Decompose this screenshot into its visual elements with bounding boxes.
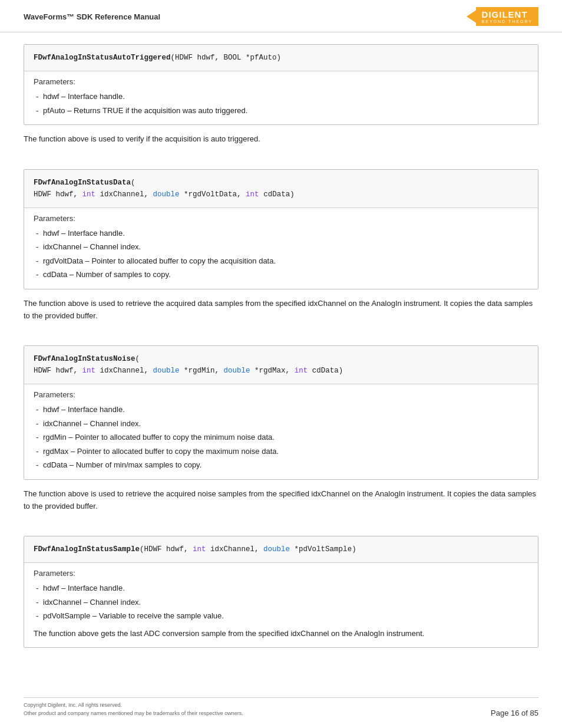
param-list-2: hdwf – Interface handle. idxChannel – Ch… bbox=[34, 226, 528, 282]
function-name-3: FDwfAnalogInStatusNoise bbox=[34, 355, 135, 363]
param-item: rgdVoltData – Pointer to allocated buffe… bbox=[34, 254, 528, 268]
code-line-2: HDWF hdwf, int idxChannel, double *rgdVo… bbox=[34, 189, 528, 200]
function-name-2: FDwfAnalogInStatusData bbox=[34, 179, 131, 187]
spacer-1 bbox=[24, 159, 538, 169]
param-item: idxChannel – Channel index. bbox=[34, 595, 528, 610]
function-paren-3: ( bbox=[135, 355, 140, 363]
page-number: Page 16 of 85 bbox=[491, 709, 538, 717]
spacer-3 bbox=[24, 525, 538, 536]
code-hdwf-3: HDWF hdwf, bbox=[34, 367, 82, 375]
function-name-1: FDwfAnalogInStatusAutoTriggered bbox=[34, 54, 171, 62]
code-int-4: int bbox=[295, 367, 308, 375]
param-list-1: hdwf – Interface handle. pfAuto – Return… bbox=[34, 90, 528, 117]
page-footer: Copyright Digilent, Inc. All rights rese… bbox=[24, 697, 538, 717]
param-item: hdwf – Interface handle. bbox=[34, 581, 528, 595]
section-status-data: FDwfAnalogInStatusData( HDWF hdwf, int i… bbox=[24, 169, 538, 289]
main-content: FDwfAnalogInStatusAutoTriggered(HDWF hdw… bbox=[0, 32, 562, 691]
param-item: hdwf – Interface handle. bbox=[34, 226, 528, 241]
document-title: WaveForms™ SDK Reference Manual bbox=[24, 12, 160, 21]
function-sig-4b: idxChannel, bbox=[206, 545, 264, 554]
param-item: rgdMax – Pointer to allocated buffer to … bbox=[34, 444, 528, 459]
desc-2: The function above is used to retrieve t… bbox=[24, 298, 538, 322]
copyright-line-1: Copyright Digilent, Inc. All rights rese… bbox=[24, 701, 243, 710]
section-status-noise: FDwfAnalogInStatusNoise( HDWF hdwf, int … bbox=[24, 345, 538, 480]
page: WaveForms™ SDK Reference Manual DIGILENT… bbox=[0, 0, 562, 728]
code-idx-2: idxChannel, bbox=[95, 190, 153, 199]
logo-main-text: DIGILENT bbox=[482, 9, 533, 19]
footer-copyright: Copyright Digilent, Inc. All rights rese… bbox=[24, 701, 243, 717]
params-title-4: Parameters: bbox=[34, 569, 528, 578]
code-line-noise-2: HDWF hdwf, int idxChannel, double *rgdMi… bbox=[34, 365, 528, 377]
param-item: pfAuto – Returns TRUE if the acquisition… bbox=[34, 104, 528, 118]
param-item: idxChannel – Channel index. bbox=[34, 240, 528, 254]
params-title-3: Parameters: bbox=[34, 390, 528, 399]
params-section-4: Parameters: hdwf – Interface handle. idx… bbox=[24, 563, 538, 647]
code-volt-2: *rgdVoltData, bbox=[180, 190, 246, 199]
code-block-status-data: FDwfAnalogInStatusData( HDWF hdwf, int i… bbox=[24, 170, 538, 207]
code-double-1: double bbox=[153, 190, 180, 199]
logo-box: DIGILENT BEYOND THEORY bbox=[476, 7, 538, 26]
param-item: pdVoltSample – Variable to receive the s… bbox=[34, 609, 528, 623]
params-section-1: Parameters: hdwf – Interface handle. pfA… bbox=[24, 71, 538, 124]
code-double-2: double bbox=[153, 367, 180, 375]
function-sig-4a: (HDWF hdwf, bbox=[140, 545, 193, 554]
function-name-4: FDwfAnalogInStatusSample bbox=[34, 545, 140, 554]
code-hdwf-2: HDWF hdwf, bbox=[34, 190, 82, 199]
code-double-3: double bbox=[224, 367, 250, 375]
params-section-3: Parameters: hdwf – Interface handle. idx… bbox=[24, 384, 538, 479]
code-cd-2: cdData) bbox=[259, 190, 295, 199]
param-list-3: hdwf – Interface handle. idxChannel – Ch… bbox=[34, 403, 528, 472]
page-header: WaveForms™ SDK Reference Manual DIGILENT… bbox=[0, 0, 562, 32]
desc-3: The function above is used to retrieve t… bbox=[24, 488, 538, 513]
param-item: rgdMin – Pointer to allocated buffer to … bbox=[34, 430, 528, 444]
section-auto-triggered: FDwfAnalogInStatusAutoTriggered(HDWF hdw… bbox=[24, 44, 538, 125]
param-item: idxChannel – Channel index. bbox=[34, 417, 528, 431]
spacer-2 bbox=[24, 335, 538, 345]
logo-sub-text: BEYOND THEORY bbox=[482, 19, 533, 24]
code-idx-3: idxChannel, bbox=[95, 367, 153, 375]
code-line-noise-1: FDwfAnalogInStatusNoise( bbox=[34, 353, 528, 365]
desc-4-inline: The function above gets the last ADC con… bbox=[34, 628, 528, 640]
function-sig-4c: *pdVoltSample) bbox=[290, 545, 356, 554]
param-list-4: hdwf – Interface handle. idxChannel – Ch… bbox=[34, 581, 528, 623]
params-title-1: Parameters: bbox=[34, 77, 528, 86]
section-status-sample: FDwfAnalogInStatusSample(HDWF hdwf, int … bbox=[24, 536, 538, 647]
code-int-5: int bbox=[193, 545, 206, 554]
desc-1: The function above is used to verify if … bbox=[24, 133, 538, 146]
function-sig-1: (HDWF hdwf, BOOL *pfAuto) bbox=[171, 54, 282, 62]
params-section-2: Parameters: hdwf – Interface handle. idx… bbox=[24, 208, 538, 289]
param-item: cdData – Number of samples to copy. bbox=[34, 268, 528, 282]
code-int-3: int bbox=[82, 367, 96, 375]
code-int-1: int bbox=[82, 190, 96, 199]
logo-text-container: DIGILENT BEYOND THEORY bbox=[482, 9, 533, 24]
code-block-auto-triggered: FDwfAnalogInStatusAutoTriggered(HDWF hdw… bbox=[24, 45, 538, 71]
code-int-2: int bbox=[246, 190, 259, 199]
code-block-status-sample: FDwfAnalogInStatusSample(HDWF hdwf, int … bbox=[24, 536, 538, 562]
copyright-line-2: Other product and company names mentione… bbox=[24, 710, 243, 718]
param-item: hdwf – Interface handle. bbox=[34, 403, 528, 417]
code-max-3: *rgdMax, bbox=[250, 367, 295, 375]
logo: DIGILENT BEYOND THEORY bbox=[467, 7, 538, 26]
params-title-2: Parameters: bbox=[34, 214, 528, 223]
function-paren-2: ( bbox=[131, 179, 135, 187]
code-double-4: double bbox=[263, 545, 290, 554]
param-item: cdData – Number of min/max samples to co… bbox=[34, 458, 528, 472]
code-cd-3: cdData) bbox=[308, 367, 343, 375]
code-block-status-noise: FDwfAnalogInStatusNoise( HDWF hdwf, int … bbox=[24, 346, 538, 384]
param-item: hdwf – Interface handle. bbox=[34, 90, 528, 104]
code-line-1: FDwfAnalogInStatusData( bbox=[34, 177, 528, 189]
code-min-3: *rgdMin, bbox=[180, 367, 224, 375]
